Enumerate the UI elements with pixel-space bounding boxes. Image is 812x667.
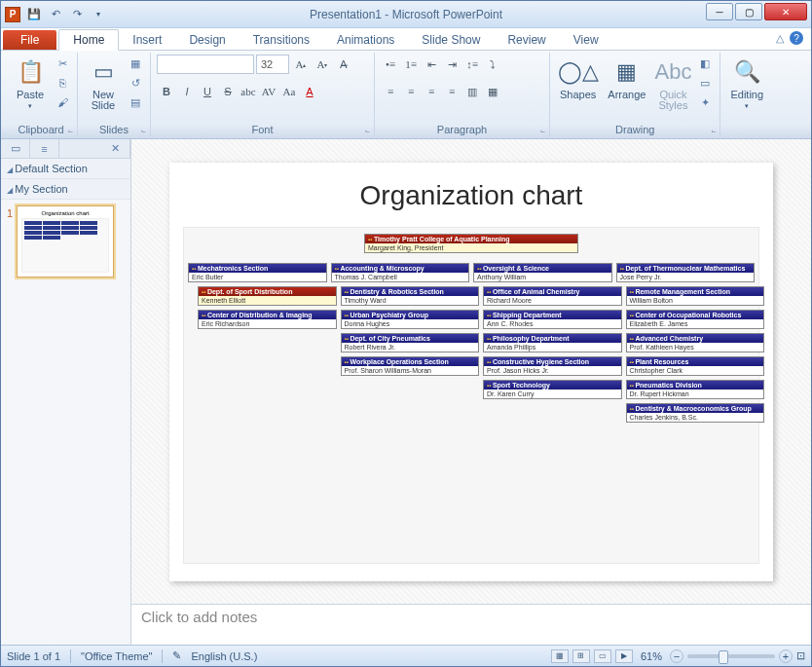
align-left-icon[interactable]: ≡ [381, 82, 400, 101]
org-box[interactable]: Sport TechnologyDr. Karen Curry [483, 380, 622, 399]
case-button[interactable]: Aa [279, 82, 299, 101]
insert-tab[interactable]: Insert [119, 30, 175, 50]
notes-pane[interactable]: Click to add notes [131, 604, 811, 645]
transitions-tab[interactable]: Transitions [240, 30, 323, 50]
layout-icon[interactable]: ▦ [127, 55, 144, 72]
maximize-button[interactable]: ▢ [735, 3, 762, 20]
align-center-icon[interactable]: ≡ [401, 82, 421, 101]
org-box[interactable]: Workplace Operations SectionProf. Sharon… [341, 356, 480, 376]
line-spacing-icon[interactable]: ↕≡ [462, 55, 482, 74]
shapes-button[interactable]: ◯△ Shapes [556, 55, 600, 102]
org-chart[interactable]: Timothy Pratt College of Aquatic Plannin… [183, 227, 759, 564]
file-tab[interactable]: File [3, 30, 56, 50]
spacing-button[interactable]: AV [259, 82, 278, 101]
grow-font-icon[interactable]: A▴ [291, 55, 311, 74]
org-box[interactable]: Dept. of Sport DistributionKenneth Ellio… [198, 286, 337, 306]
clear-format-icon[interactable]: A̶ [334, 55, 353, 74]
home-tab[interactable]: Home [58, 29, 119, 51]
minimize-button[interactable]: ─ [706, 3, 733, 20]
org-box[interactable]: Mechatronics SectionEric Butler [188, 263, 327, 282]
design-tab[interactable]: Design [175, 30, 239, 50]
paste-button[interactable]: 📋 Paste ▾ [11, 55, 50, 112]
shape-outline-icon[interactable]: ▭ [696, 74, 714, 92]
strike-button[interactable]: S [218, 82, 238, 101]
org-box[interactable]: Accounting & MicroscopyThomas J. Campbel… [331, 263, 470, 282]
bold-button[interactable]: B [157, 82, 176, 101]
review-tab[interactable]: Review [494, 30, 559, 50]
slideshow-tab[interactable]: Slide Show [408, 30, 494, 50]
org-box[interactable]: Center of Occupational RoboticsElizabeth… [626, 310, 765, 329]
copy-icon[interactable]: ⎘ [54, 74, 71, 92]
org-box[interactable]: Philosophy DepartmentAmanda Phillips [483, 333, 622, 352]
italic-button[interactable]: I [177, 82, 197, 101]
org-box[interactable]: Dept. of Thermonuclear MathematicsJose P… [616, 263, 756, 282]
org-box[interactable]: Urban Psychiatry GroupDonna Hughes [341, 310, 480, 329]
sorter-view-icon[interactable]: ⊞ [572, 649, 590, 663]
org-box[interactable]: Office of Animal ChemistryRichard Moore [483, 286, 622, 306]
org-box[interactable]: Remote Management SectionWilliam Bolton [626, 286, 765, 306]
font-size-combo[interactable]: 32 [256, 55, 289, 74]
my-section-header[interactable]: My Section [1, 179, 130, 200]
org-box[interactable]: Constructive Hygiene SectionProf. Jason … [483, 356, 622, 376]
org-box[interactable]: Plant ResourcesChristopher Clark [626, 356, 765, 376]
minimize-ribbon-icon[interactable]: △ [776, 32, 784, 45]
fit-window-icon[interactable]: ⊡ [796, 649, 805, 662]
new-slide-button[interactable]: ▭ New Slide [84, 55, 123, 113]
qat-more-icon[interactable]: ▾ [89, 5, 108, 24]
org-root-box[interactable]: Timothy Pratt College of Aquatic Plannin… [364, 234, 578, 253]
default-section-header[interactable]: Default Section [1, 159, 130, 179]
org-box[interactable]: Dentistry & Robotics SectionTimothy Ward [341, 286, 480, 306]
font-color-button[interactable]: A [300, 82, 319, 101]
redo-icon[interactable]: ↷ [67, 5, 87, 24]
shape-effects-icon[interactable]: ✦ [696, 93, 714, 111]
org-box[interactable]: Dept. of City PneumaticsRobert Rivera Jr… [341, 333, 480, 352]
save-icon[interactable]: 💾 [24, 5, 44, 24]
normal-view-icon[interactable]: ▦ [551, 649, 569, 663]
font-name-combo[interactable] [157, 55, 254, 74]
org-box[interactable]: Oversight & ScienceAnthony William [473, 263, 612, 282]
slide-canvas[interactable]: Organization chart Timothy Pratt College… [131, 139, 811, 604]
spellcheck-icon[interactable]: ✎ [172, 649, 181, 662]
reading-view-icon[interactable]: ▭ [594, 649, 611, 663]
numbering-icon[interactable]: 1≡ [401, 55, 421, 74]
zoom-slider[interactable] [687, 654, 775, 658]
slide[interactable]: Organization chart Timothy Pratt College… [169, 163, 773, 581]
underline-button[interactable]: U [198, 82, 217, 101]
editing-button[interactable]: 🔍 Editing ▾ [726, 55, 767, 112]
slideshow-view-icon[interactable]: ▶ [615, 649, 633, 663]
undo-icon[interactable]: ↶ [46, 5, 65, 24]
slide-title[interactable]: Organization chart [183, 180, 759, 211]
reset-icon[interactable]: ↺ [127, 74, 144, 92]
section-icon[interactable]: ▤ [127, 93, 144, 111]
outline-tab-icon[interactable]: ≡ [30, 139, 59, 158]
zoom-in-icon[interactable]: + [779, 649, 793, 663]
org-box[interactable]: Shipping DepartmentAnn C. Rhodes [483, 310, 622, 329]
quick-styles-button[interactable]: Abc Quick Styles [653, 55, 692, 113]
slides-tab-icon[interactable]: ▭ [1, 139, 30, 158]
shape-fill-icon[interactable]: ◧ [696, 55, 714, 72]
language-label[interactable]: English (U.S.) [191, 650, 257, 662]
org-box[interactable]: Pneumatics DivisionDr. Rupert Hickman [626, 380, 765, 399]
shrink-font-icon[interactable]: A▾ [313, 55, 332, 74]
org-box[interactable]: Center of Distribution & ImagingEric Ric… [198, 310, 337, 329]
justify-icon[interactable]: ≡ [442, 82, 461, 101]
bullets-icon[interactable]: •≡ [381, 55, 400, 74]
view-tab[interactable]: View [560, 30, 612, 50]
smartart-icon[interactable]: ▦ [483, 82, 502, 101]
org-box[interactable]: Dentistry & Macroeconomics GroupCharles … [626, 403, 765, 423]
outdent-icon[interactable]: ⇤ [422, 55, 441, 74]
zoom-out-icon[interactable]: − [670, 649, 683, 663]
text-direction-icon[interactable]: ⤵ [483, 55, 502, 74]
indent-icon[interactable]: ⇥ [442, 55, 461, 74]
panel-close-icon[interactable]: ✕ [101, 139, 130, 158]
animations-tab[interactable]: Animations [323, 30, 408, 50]
align-right-icon[interactable]: ≡ [422, 82, 441, 101]
slide-thumbnail-1[interactable]: 1 Organization chart [1, 200, 130, 283]
cut-icon[interactable]: ✂ [54, 55, 71, 72]
arrange-button[interactable]: ▦ Arrange [604, 55, 649, 102]
shadow-button[interactable]: abc [239, 82, 258, 101]
help-icon[interactable]: ? [790, 31, 803, 45]
org-box[interactable]: Advanced ChemistryProf. Kathleen Hayes [626, 333, 765, 352]
format-painter-icon[interactable]: 🖌 [54, 93, 71, 111]
columns-icon[interactable]: ▥ [462, 82, 482, 101]
